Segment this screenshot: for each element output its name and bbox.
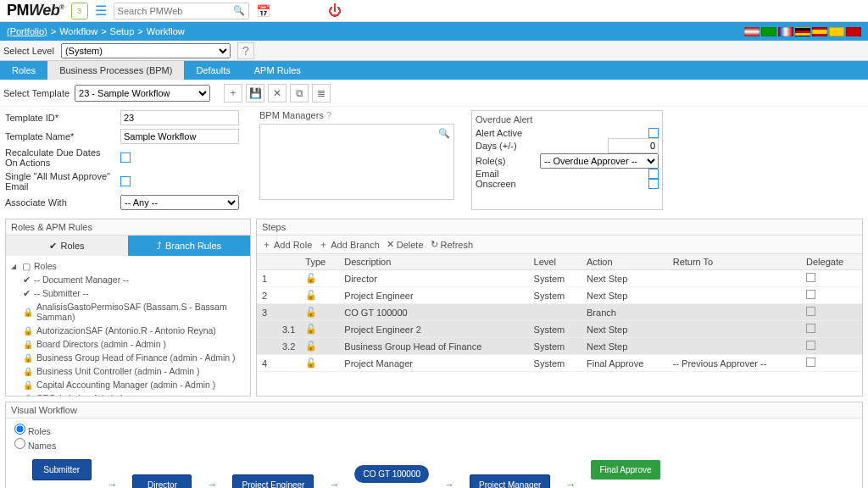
steps-table[interactable]: Type Description Level Action Return To … xyxy=(257,254,862,372)
node-director[interactable]: Director xyxy=(132,474,192,489)
list-item[interactable]: 🔒AutorizacionSAF (Antonio.R - Antonio Re… xyxy=(11,324,245,337)
node-pe[interactable]: Project Engineer xyxy=(232,474,314,489)
list-item[interactable]: 🔒CEO (admin - Admin ) xyxy=(11,391,245,396)
help-icon[interactable]: ? xyxy=(237,42,254,59)
arrow-icon: → xyxy=(107,479,117,488)
visual-header: Visual Workflow xyxy=(6,402,862,419)
app-logo: PMWeb® xyxy=(7,2,64,19)
delete-button[interactable]: ✕ xyxy=(268,84,287,103)
tab-bpm[interactable]: Business Processes (BPM) xyxy=(47,61,184,80)
select-level-label: Select Level xyxy=(3,46,54,56)
subtab-branch[interactable]: ⤴Branch Rules xyxy=(128,236,250,256)
add-role-button[interactable]: ＋Add Role xyxy=(262,238,312,251)
list-button[interactable]: ≣ xyxy=(312,84,331,103)
list-item[interactable]: ✔-- Submitter -- xyxy=(11,286,245,300)
list-item[interactable]: 🔒Board Directors (admin - Admin ) xyxy=(11,337,245,351)
recalc-label: Recalculate Due Dates On Actions xyxy=(5,147,115,168)
arrow-icon: → xyxy=(565,479,576,488)
tab-roles[interactable]: Roles xyxy=(0,61,47,80)
node-pm[interactable]: Project Manager xyxy=(470,474,550,489)
associate-dropdown[interactable]: -- Any -- xyxy=(120,195,239,210)
template-name-field[interactable] xyxy=(120,129,239,144)
refresh-button[interactable]: ↻Refresh xyxy=(431,238,474,251)
template-name-label: Template Name* xyxy=(5,131,115,141)
overdue-email-checkbox[interactable] xyxy=(648,169,659,179)
delete-step-button[interactable]: ✕Delete xyxy=(387,238,424,251)
steps-header: Steps xyxy=(257,219,862,236)
bpm-managers-label: BPM Managers ? xyxy=(259,110,454,120)
template-id-label: Template ID* xyxy=(5,113,115,123)
language-flags[interactable] xyxy=(744,27,861,36)
alert-active-checkbox[interactable] xyxy=(648,128,659,138)
tab-defaults[interactable]: Defaults xyxy=(184,61,242,80)
add-branch-button[interactable]: ＋Add Branch xyxy=(319,238,379,251)
overdue-title: Overdue Alert xyxy=(476,114,659,125)
search-icon[interactable]: 🔍 xyxy=(438,128,450,139)
table-row[interactable]: 3.1🔓Project Engineer 2SystemNext Step xyxy=(257,321,862,338)
new-button[interactable]: ＋ xyxy=(224,84,242,103)
associate-label: Associate With xyxy=(5,197,115,208)
table-row[interactable]: 2🔓Project EngineerSystemNext Step xyxy=(257,287,862,304)
single-approve-checkbox[interactable] xyxy=(120,176,131,186)
radio-roles[interactable]: Roles xyxy=(14,424,854,436)
node-co[interactable]: CO GT 100000 xyxy=(354,465,429,483)
select-template-label: Select Template xyxy=(3,88,70,98)
overdue-onscreen-checkbox[interactable] xyxy=(648,179,659,189)
list-item[interactable]: ✔-- Document Manager -- xyxy=(11,273,245,286)
menu-icon[interactable]: ☰ xyxy=(95,3,107,19)
list-item[interactable]: 🔒AnalisisGastoPermisoSAF (Bassam.S - Bas… xyxy=(11,300,245,324)
workflow-diagram: Submitter Withdrawal → Director → Projec… xyxy=(14,456,854,488)
node-submitter[interactable]: Submitter xyxy=(32,459,92,480)
overdue-roles-dropdown[interactable]: -- Overdue Approver -- xyxy=(540,153,659,169)
search-icon: 🔍 xyxy=(233,5,245,16)
node-final[interactable]: Final Approve xyxy=(591,460,659,480)
tab-apm[interactable]: APM Rules xyxy=(242,61,313,80)
shield-badge: 3 xyxy=(71,3,88,19)
roles-panel-header: Roles & APM Rules xyxy=(6,219,250,236)
list-item[interactable]: 🔒Business Group Head of Finance (admin -… xyxy=(11,351,245,364)
breadcrumb: (Portfolio) >Workflow >Setup >Workflow xyxy=(7,26,185,36)
save-button[interactable]: 💾 xyxy=(246,84,264,103)
table-row[interactable]: 4🔓Project ManagerSystemFinal Approve-- P… xyxy=(257,355,862,372)
calendar-icon[interactable]: 📅 xyxy=(256,4,270,18)
search-input[interactable]: 🔍 xyxy=(114,3,249,19)
bpm-managers-box[interactable]: 🔍 xyxy=(259,124,454,200)
radio-names[interactable]: Names xyxy=(14,438,854,451)
list-item[interactable]: 🔒Capital Accounting Manager (admin - Adm… xyxy=(11,378,245,391)
recalc-checkbox[interactable] xyxy=(120,152,131,163)
arrow-icon: → xyxy=(207,479,217,488)
table-row[interactable]: 3🔓CO GT 100000Branch xyxy=(257,304,862,321)
select-level-dropdown[interactable]: (System) xyxy=(61,43,231,58)
roles-list[interactable]: ▢Roles ✔-- Document Manager --✔-- Submit… xyxy=(6,256,250,396)
breadcrumb-portfolio[interactable]: (Portfolio) xyxy=(7,26,47,36)
arrow-icon: → xyxy=(444,479,454,488)
list-item[interactable]: 🔒Business Unit Controller (admin - Admin… xyxy=(11,364,245,378)
days-field[interactable] xyxy=(608,138,659,153)
table-row[interactable]: 3.2🔓Business Group Head of FinanceSystem… xyxy=(257,338,862,355)
subtab-roles[interactable]: ✔Roles xyxy=(6,236,128,256)
power-icon[interactable]: ⏻ xyxy=(328,3,342,19)
select-template-dropdown[interactable]: 23 - Sample Workflow xyxy=(75,85,210,102)
arrow-icon: → xyxy=(329,479,339,488)
table-row[interactable]: 1🔓DirectorSystemNext Step xyxy=(257,270,862,287)
single-approve-label: Single "All Must Approve" Email xyxy=(5,171,115,191)
copy-button[interactable]: ⧉ xyxy=(290,84,309,103)
template-id-field[interactable] xyxy=(120,110,239,125)
